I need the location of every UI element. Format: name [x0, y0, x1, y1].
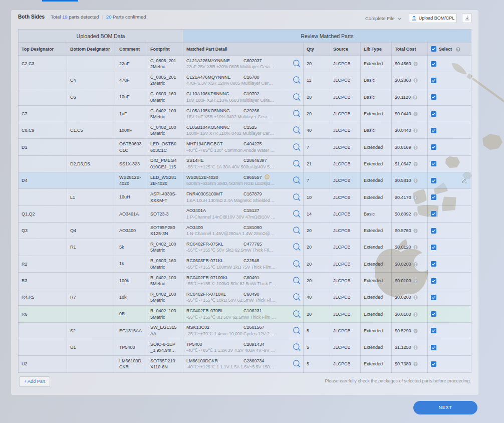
svg-text:?: ? [414, 62, 416, 66]
svg-text:?: ? [414, 112, 416, 116]
svg-text:?: ? [457, 48, 459, 51]
svg-text:?: ? [414, 262, 416, 266]
svg-text:?: ? [414, 229, 416, 233]
svg-text:?: ? [414, 162, 416, 166]
svg-text:?: ? [414, 279, 416, 283]
svg-text:?: ? [414, 246, 416, 249]
svg-text:?: ? [414, 195, 416, 199]
svg-text:?: ? [414, 329, 416, 333]
svg-text:?: ? [414, 129, 416, 132]
svg-text:?: ? [414, 296, 416, 299]
svg-text:?: ? [414, 312, 416, 316]
svg-text:?: ? [414, 145, 416, 149]
svg-text:?: ? [414, 79, 416, 82]
svg-text:?: ? [414, 346, 416, 349]
svg-text:?: ? [414, 179, 416, 182]
svg-text:?: ? [414, 362, 416, 366]
svg-text:?: ? [414, 212, 416, 216]
svg-text:?: ? [414, 95, 416, 99]
